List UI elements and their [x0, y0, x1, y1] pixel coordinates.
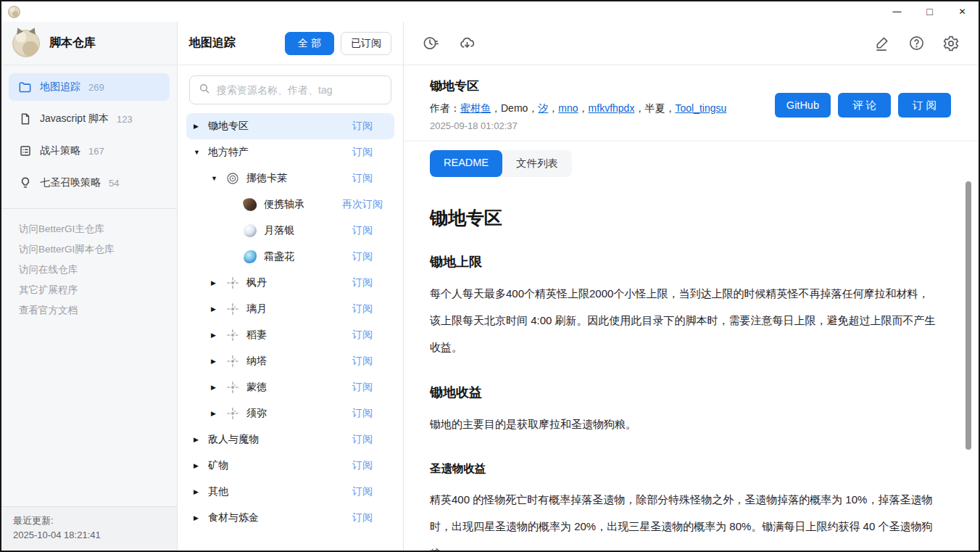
- subscribe-link[interactable]: 订阅: [331, 224, 394, 237]
- sidebar-item-label: Javascript 脚本: [40, 112, 109, 125]
- collapse-arrow-icon[interactable]: ▼: [194, 149, 208, 156]
- tree-item-label: 其他: [208, 485, 228, 498]
- toolbar-right-group: [874, 35, 960, 52]
- moonfall-silver-icon: [244, 224, 257, 237]
- subscribe-button[interactable]: 订阅: [898, 93, 951, 118]
- tree-item-moonfall-silver[interactable]: 月落银订阅: [186, 218, 394, 244]
- cloud-download-icon[interactable]: [458, 35, 476, 52]
- sidebar-item-combat-strategy[interactable]: 战斗策略167: [9, 137, 170, 165]
- tree-item-nodkrai[interactable]: ▼挪德卡莱订阅: [186, 165, 394, 191]
- subscribe-link[interactable]: 订阅: [331, 329, 394, 342]
- collapse-arrow-icon[interactable]: ▼: [211, 175, 225, 182]
- expand-arrow-icon[interactable]: ▶: [211, 384, 225, 391]
- author-separator: ，: [665, 102, 675, 114]
- sidebar-link-online-repo[interactable]: 访问在线仓库: [19, 260, 159, 280]
- sidebar-item-map-tracking[interactable]: 地图追踪269: [9, 73, 170, 101]
- expand-arrow-icon[interactable]: ▶: [194, 123, 208, 130]
- subscribe-link[interactable]: 订阅: [331, 355, 394, 368]
- sidebar-item-label: 地图追踪: [40, 81, 80, 94]
- minimize-button[interactable]: —: [881, 1, 913, 22]
- maximize-button[interactable]: □: [913, 1, 946, 22]
- sidebar-item-javascript-scripts[interactable]: Javascript 脚本123: [9, 105, 170, 133]
- subscribe-link[interactable]: 订阅: [331, 120, 394, 133]
- readme-p: 锄地的主要目的是获取摩拉和圣遗物狗粮。: [430, 411, 937, 438]
- tree-item-label: 敌人与魔物: [208, 433, 259, 446]
- expand-arrow-icon[interactable]: ▶: [194, 462, 208, 469]
- subscribe-link[interactable]: 订阅: [331, 459, 394, 472]
- tree-item-natlan[interactable]: ▶纳塔订阅: [186, 348, 394, 374]
- subscribe-link[interactable]: 订阅: [331, 407, 394, 420]
- sidebar-link-bettergi-script-repo[interactable]: 访问BetterGI脚本仓库: [19, 239, 159, 260]
- sumeru-emblem-icon: [225, 406, 240, 421]
- subscribe-link[interactable]: 订阅: [331, 172, 394, 185]
- tree-item-chudi-zone[interactable]: ▶锄地专区订阅: [186, 113, 394, 139]
- subscribe-link[interactable]: 订阅: [331, 250, 394, 263]
- author-separator: ，: [634, 102, 644, 114]
- tab-readme[interactable]: README: [430, 150, 502, 177]
- comment-button[interactable]: 评论: [838, 93, 891, 118]
- author-link[interactable]: mfkvfhpdx: [589, 102, 635, 114]
- edit-icon[interactable]: [874, 35, 891, 52]
- sidebar-link-official-docs[interactable]: 查看官方文档: [19, 300, 159, 321]
- settings-icon[interactable]: [942, 35, 960, 52]
- expand-arrow-icon[interactable]: ▶: [211, 279, 225, 287]
- help-icon[interactable]: [908, 35, 925, 52]
- expand-arrow-icon[interactable]: ▶: [194, 436, 208, 443]
- close-button[interactable]: ✕: [946, 1, 979, 22]
- filter-subscribed-button[interactable]: 已订阅: [341, 32, 391, 55]
- update-history-icon[interactable]: [423, 35, 439, 52]
- tree-item-inazuma[interactable]: ▶稻妻订阅: [186, 322, 394, 348]
- detail-panel: 锄地专区 作者：蜜柑鱼，Demo，汐，mno，mfkvfhpdx，半夏，Tool…: [404, 22, 979, 551]
- tree-item-minerals[interactable]: ▶矿物订阅: [186, 453, 394, 479]
- readme-h3: 圣遗物收益: [430, 461, 937, 477]
- fontaine-emblem-icon: [225, 276, 240, 290]
- expand-arrow-icon[interactable]: ▶: [211, 305, 225, 313]
- tree-item-label: 挪德卡莱: [246, 172, 287, 185]
- author-link[interactable]: 蜜柑鱼: [460, 102, 491, 114]
- subscribe-link[interactable]: 订阅: [331, 485, 394, 498]
- subscribe-link[interactable]: 订阅: [331, 276, 394, 289]
- author-link[interactable]: mno: [558, 102, 578, 114]
- readme-h1: 锄地专区: [430, 206, 937, 230]
- expand-arrow-icon[interactable]: ▶: [211, 410, 225, 417]
- filter-all-button[interactable]: 全部: [285, 32, 334, 55]
- readme-p: 精英400 的怪物死亡时有概率掉落圣遗物，除部分特殊怪物之外，圣遗物掉落的概率为…: [430, 487, 937, 551]
- tree-item-fontaine[interactable]: ▶枫丹订阅: [186, 270, 394, 296]
- expand-arrow-icon[interactable]: ▶: [194, 488, 208, 495]
- checklist-icon: [18, 144, 32, 158]
- tree-item-liyue[interactable]: ▶璃月订阅: [186, 296, 394, 322]
- tab-file-list[interactable]: 文件列表: [502, 150, 572, 177]
- search-input[interactable]: [217, 84, 382, 96]
- tree-item-others[interactable]: ▶其他订阅: [186, 479, 394, 505]
- author-link[interactable]: Tool_tingsu: [675, 102, 726, 114]
- file-icon: [18, 112, 32, 126]
- github-button[interactable]: GitHub: [775, 93, 831, 118]
- expand-arrow-icon[interactable]: ▶: [211, 358, 225, 365]
- tree-item-portable-bearing[interactable]: 便携轴承再次订阅: [186, 191, 394, 218]
- tree-item-mondstadt[interactable]: ▶蒙德订阅: [186, 374, 394, 400]
- expand-arrow-icon[interactable]: ▶: [194, 514, 208, 522]
- subscribe-link[interactable]: 订阅: [331, 302, 394, 316]
- natlan-emblem-icon: [225, 354, 240, 368]
- author-link[interactable]: 汐: [538, 102, 548, 114]
- tree-item-enemies-monsters[interactable]: ▶敌人与魔物订阅: [186, 427, 394, 453]
- toolbar-left-group: [423, 35, 476, 52]
- tree-item-local-specialty[interactable]: ▼地方特产订阅: [186, 139, 394, 165]
- sidebar-links: 访问BetterGI主仓库访问BetterGI脚本仓库访问在线仓库其它扩展程序查…: [1, 209, 177, 331]
- tree-item-label: 锄地专区: [208, 120, 249, 133]
- resubscribe-link[interactable]: 再次订阅: [331, 198, 394, 211]
- tree-item-sumeru[interactable]: ▶须弥订阅: [186, 400, 394, 427]
- readme-h2: 锄地收益: [430, 384, 937, 401]
- subscribe-link[interactable]: 订阅: [331, 381, 394, 394]
- tree-item-frost-cup-flower[interactable]: 霜盏花订阅: [186, 244, 394, 270]
- sidebar-link-bettergi-main-repo[interactable]: 访问BetterGI主仓库: [19, 219, 159, 239]
- subscribe-link[interactable]: 订阅: [331, 433, 394, 446]
- readme-scrollbar[interactable]: [966, 181, 971, 450]
- sidebar-link-other-extensions[interactable]: 其它扩展程序: [19, 280, 159, 300]
- liyue-emblem-icon: [225, 302, 240, 316]
- subscribe-link[interactable]: 订阅: [331, 511, 394, 524]
- sidebar-item-tcg-strategy[interactable]: 七圣召唤策略54: [9, 169, 170, 197]
- tree-item-food-alchemy[interactable]: ▶食材与炼金订阅: [186, 505, 394, 531]
- expand-arrow-icon[interactable]: ▶: [211, 331, 225, 339]
- subscribe-link[interactable]: 订阅: [331, 146, 394, 159]
